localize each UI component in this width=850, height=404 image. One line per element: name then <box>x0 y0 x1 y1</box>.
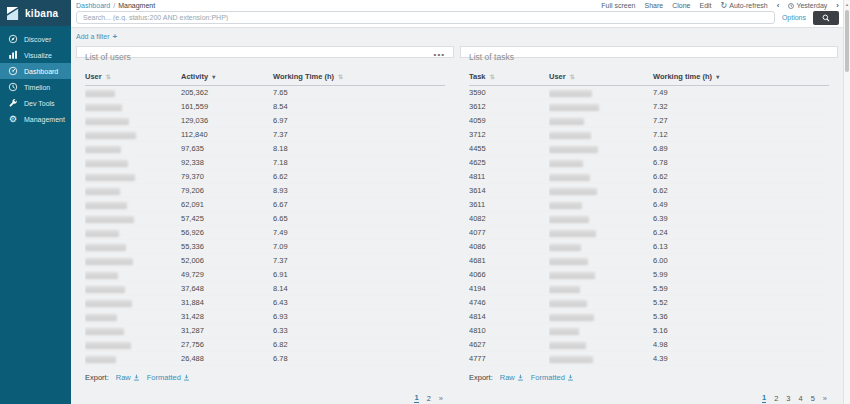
table-row: 47465.52 <box>469 296 829 310</box>
table-row: 46256.78 <box>469 156 829 170</box>
search-input[interactable] <box>76 11 775 24</box>
table-cell: 3612 <box>469 100 549 114</box>
table-cell: 52,006 <box>181 254 273 268</box>
options-link[interactable]: Options <box>782 14 806 21</box>
add-filter-link[interactable]: Add a filter + <box>76 32 117 41</box>
table-cell: 8.14 <box>273 282 445 296</box>
column-header-task[interactable]: Task ⇅ <box>469 69 549 86</box>
table-cell-user <box>85 282 181 296</box>
column-header-working-time-h[interactable]: Working Time (h) ⇅ <box>273 69 445 86</box>
pagination-page-2[interactable]: 2 <box>774 394 778 403</box>
export-raw-link[interactable]: Raw <box>116 373 140 382</box>
export-formatted-link[interactable]: Formatted <box>147 373 190 382</box>
pagination-page-2[interactable]: 2 <box>427 394 431 403</box>
search-button[interactable] <box>813 11 839 25</box>
table-cell: 6.33 <box>273 324 445 338</box>
table-cell-user <box>549 212 653 226</box>
time-next-button[interactable]: › <box>836 1 839 10</box>
table-cell: 4455 <box>469 142 549 156</box>
table-cell: 112,840 <box>181 128 273 142</box>
table-row: 57,4256.65 <box>85 212 445 226</box>
breadcrumb-dashboard-link[interactable]: Dashboard <box>76 2 110 9</box>
table-cell: 55,336 <box>181 240 273 254</box>
table-cell: 4777 <box>469 352 549 366</box>
time-prev-button[interactable]: ‹ <box>777 1 780 10</box>
pagination-page-1[interactable]: 1 <box>414 393 418 403</box>
table-row: 40665.99 <box>469 268 829 282</box>
edit-button[interactable]: Edit <box>699 2 711 9</box>
pagination-page-4[interactable]: 4 <box>798 394 802 403</box>
redacted-user-value <box>85 342 131 349</box>
pagination-page-5[interactable]: 5 <box>811 394 815 403</box>
table-cell: 6.78 <box>653 156 829 170</box>
table-cell-user <box>549 338 653 352</box>
table-cell: 7.27 <box>653 114 829 128</box>
column-header-activity[interactable]: Activity ▾ <box>181 69 273 86</box>
table-cell: 79,206 <box>181 184 273 198</box>
redacted-user-value <box>549 146 598 153</box>
sidebar-item-label: Discover <box>24 36 51 43</box>
table-cell: 6.00 <box>653 254 829 268</box>
table-row: 36146.62 <box>469 184 829 198</box>
column-header-user[interactable]: User ⇅ <box>85 69 181 86</box>
table-cell: 8.18 <box>273 142 445 156</box>
sort-icon: ⇅ <box>338 74 343 80</box>
pagination-next-button[interactable]: » <box>823 394 827 403</box>
plus-icon: + <box>112 32 117 41</box>
sidebar-item-dev-tools[interactable]: Dev Tools <box>0 95 71 111</box>
pagination-page-3[interactable]: 3 <box>786 394 790 403</box>
table-row: 112,8407.37 <box>85 128 445 142</box>
sidebar-item-management[interactable]: ⚙ Management <box>0 111 71 127</box>
table-row: 205,3627.65 <box>85 86 445 100</box>
table-cell-user <box>85 198 181 212</box>
full-screen-button[interactable]: Full screen <box>601 2 635 9</box>
table-row: 48116.62 <box>469 170 829 184</box>
table-cell-user <box>85 86 181 100</box>
table-cell-user <box>549 324 653 338</box>
table-row: 62,0916.67 <box>85 198 445 212</box>
sidebar-item-dashboard[interactable]: Dashboard <box>0 63 71 79</box>
redacted-user-value <box>85 356 116 363</box>
download-icon <box>567 374 574 381</box>
scrollbar-thumb[interactable] <box>845 10 849 72</box>
kibana-logo-icon <box>7 7 20 20</box>
search-bar: Options <box>71 10 843 28</box>
table-cell: 3611 <box>469 198 549 212</box>
clone-button[interactable]: Clone <box>672 2 690 9</box>
table-cell-user <box>85 296 181 310</box>
sidebar-item-timelion[interactable]: Timelion <box>0 79 71 95</box>
share-button[interactable]: Share <box>645 2 664 9</box>
table-cell: 8.54 <box>273 100 445 114</box>
kibana-logo[interactable]: kibana <box>0 0 71 26</box>
vertical-scrollbar[interactable]: ▲ <box>843 0 850 404</box>
pagination: 12» <box>85 393 445 403</box>
sidebar-item-label: Dashboard <box>24 68 58 75</box>
column-header-working-time-h[interactable]: Working time (h) ▾ <box>653 69 829 86</box>
table-row: 44556.89 <box>469 142 829 156</box>
column-header-user[interactable]: User ⇅ <box>549 69 653 86</box>
table-cell: 7.49 <box>653 86 829 100</box>
export-formatted-link[interactable]: Formatted <box>531 373 574 382</box>
table-cell-user <box>549 170 653 184</box>
table-cell: 6.65 <box>273 212 445 226</box>
sidebar-item-discover[interactable]: Discover <box>0 31 71 47</box>
export-raw-link[interactable]: Raw <box>500 373 524 382</box>
pagination-next-button[interactable]: » <box>439 394 443 403</box>
table-cell-user <box>549 128 653 142</box>
table-cell-user <box>549 352 653 366</box>
pagination-page-1[interactable]: 1 <box>762 393 766 403</box>
table-row: 47774.39 <box>469 352 829 366</box>
table-cell-user <box>549 254 653 268</box>
panel-menu-icon[interactable]: ••• <box>434 50 445 59</box>
scrollbar-up-arrow[interactable]: ▲ <box>844 0 850 9</box>
redacted-user-value <box>85 104 122 111</box>
redacted-user-value <box>549 286 580 293</box>
redacted-user-value <box>85 300 132 307</box>
time-picker-button[interactable]: Yesterday <box>788 2 827 9</box>
sidebar-item-visualize[interactable]: Visualize <box>0 47 71 63</box>
table-cell-user <box>85 338 181 352</box>
table-row: 79,3706.62 <box>85 170 445 184</box>
redacted-user-value <box>549 300 587 307</box>
table-cell-user <box>85 114 181 128</box>
auto-refresh-button[interactable]: ↻Auto-refresh <box>721 2 768 9</box>
